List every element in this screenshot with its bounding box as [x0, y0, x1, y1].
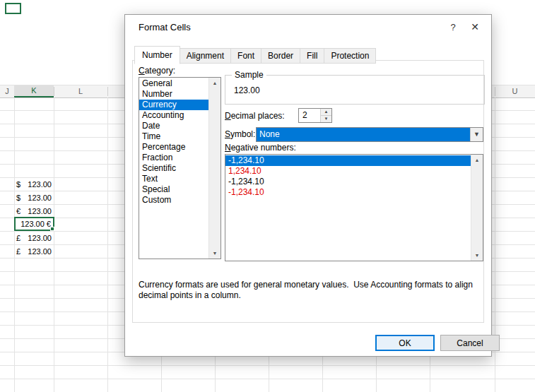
decimal-places-value: 2	[299, 109, 320, 122]
negative-format-option[interactable]: -1,234.10	[225, 187, 471, 198]
tab-protection[interactable]: Protection	[324, 48, 376, 64]
tab-alignment[interactable]: Alignment	[180, 48, 231, 64]
negative-numbers-items: -1,234.10 1,234.10 -1,234.10 -1,234.10	[225, 155, 471, 261]
sample-group: Sample 123.00	[225, 75, 485, 105]
scroll-track[interactable]	[471, 165, 483, 250]
cancel-button[interactable]: Cancel	[440, 335, 500, 351]
tab-number[interactable]: Number	[134, 46, 180, 64]
gridline-v	[107, 97, 108, 392]
negative-numbers-label: Negative numbers:	[225, 143, 296, 153]
category-list-items: General Number Currency Accounting Date …	[139, 78, 208, 259]
category-item-general[interactable]: General	[139, 78, 208, 89]
category-item-date[interactable]: Date	[139, 121, 208, 131]
category-item-percentage[interactable]: Percentage	[139, 142, 208, 153]
category-list: General Number Currency Accounting Date …	[139, 77, 221, 259]
description-text: Currency formats are used for general mo…	[139, 280, 485, 301]
scroll-down-icon[interactable]: ▼	[471, 250, 483, 261]
cell-amount: 123.00	[28, 180, 52, 189]
negative-numbers-list: -1,234.10 1,234.10 -1,234.10 -1,234.10 ▲…	[225, 154, 483, 261]
scroll-up-icon[interactable]: ▲	[209, 78, 221, 88]
cell-dollar-1[interactable]: $ 123.00	[14, 177, 54, 191]
symbol-label: Symbol:	[225, 129, 255, 139]
dialog-title: Format Cells	[139, 22, 191, 32]
negative-format-option[interactable]: -1,234.10	[225, 155, 471, 166]
category-label: Category:	[139, 66, 175, 76]
cell-amount: 123.00	[28, 234, 52, 242]
category-item-number[interactable]: Number	[139, 89, 208, 100]
cell-amount: 123.00	[28, 247, 52, 256]
gridline-v	[54, 97, 54, 392]
cell-pound-1[interactable]: £ 123.00	[14, 231, 54, 244]
tab-page-number: Category: General Number Currency Accoun…	[132, 60, 484, 323]
negative-format-option[interactable]: -1,234.10	[225, 177, 471, 187]
decimal-places-input[interactable]: 2 ▲ ▼	[298, 108, 332, 123]
column-header-u[interactable]: U	[495, 85, 535, 97]
help-icon[interactable]: ?	[443, 22, 463, 32]
tab-border[interactable]: Border	[261, 48, 300, 64]
active-cell-euro[interactable]: 123.00 €	[14, 217, 54, 231]
sample-value: 123.00	[234, 85, 260, 95]
close-icon[interactable]: ✕	[463, 21, 487, 32]
cell-euro-1[interactable]: € 123.00	[14, 204, 54, 218]
ok-button[interactable]: OK	[375, 335, 435, 351]
category-item-custom[interactable]: Custom	[139, 195, 208, 206]
spinner: ▲ ▼	[320, 109, 331, 122]
dialog-titlebar[interactable]: Format Cells ? ✕	[125, 15, 491, 39]
column-header-k-selected[interactable]: K	[14, 85, 54, 97]
currency-symbol: £	[16, 247, 20, 256]
sample-label: Sample	[232, 70, 266, 80]
negative-format-option[interactable]: 1,234.10	[225, 166, 471, 177]
decimal-places-label: Decimal places:	[225, 111, 285, 121]
scroll-track[interactable]	[209, 88, 221, 248]
negative-list-scrollbar[interactable]: ▲ ▼	[471, 155, 483, 261]
cell-dollar-2[interactable]: $ 123.00	[14, 191, 54, 204]
scroll-down-icon[interactable]: ▼	[209, 248, 221, 259]
spin-up-icon[interactable]: ▲	[321, 109, 331, 116]
selection-indicator-box	[5, 3, 21, 14]
dropdown-arrow-icon[interactable]: ▼	[470, 128, 483, 141]
symbol-selected-value: None	[257, 128, 470, 141]
category-item-fraction[interactable]: Fraction	[139, 153, 208, 163]
currency-symbol: €	[16, 207, 20, 215]
excel-screen: J K L U $ 123.00 $ 123.00 € 123.00 123.0…	[0, 0, 535, 392]
symbol-dropdown[interactable]: None ▼	[256, 127, 483, 142]
cell-pound-2[interactable]: £ 123.00	[14, 244, 54, 258]
category-scrollbar[interactable]: ▲ ▼	[208, 78, 221, 259]
cell-amount: 123.00 €	[20, 220, 51, 228]
category-item-text[interactable]: Text	[139, 174, 208, 184]
cell-amount: 123.00	[28, 194, 52, 202]
category-item-accounting[interactable]: Accounting	[139, 110, 208, 121]
currency-symbol: £	[16, 234, 20, 242]
tab-fill[interactable]: Fill	[300, 48, 324, 64]
column-header-l[interactable]: L	[54, 85, 107, 97]
spin-down-icon[interactable]: ▼	[321, 116, 331, 122]
currency-symbol: $	[16, 194, 20, 202]
category-item-currency[interactable]: Currency	[139, 100, 208, 110]
currency-symbol: $	[16, 180, 20, 189]
category-item-time[interactable]: Time	[139, 131, 208, 142]
category-item-special[interactable]: Special	[139, 184, 208, 195]
format-cells-dialog: Format Cells ? ✕ Number Alignment Font B…	[124, 14, 492, 357]
column-header-j[interactable]: J	[0, 85, 14, 97]
cell-amount: 123.00	[28, 207, 52, 215]
tab-strip: Number Alignment Font Border Fill Protec…	[134, 46, 376, 64]
tab-font[interactable]: Font	[230, 48, 261, 64]
header-separator	[107, 87, 108, 96]
category-item-scientific[interactable]: Scientific	[139, 163, 208, 174]
scroll-up-icon[interactable]: ▲	[471, 155, 483, 165]
